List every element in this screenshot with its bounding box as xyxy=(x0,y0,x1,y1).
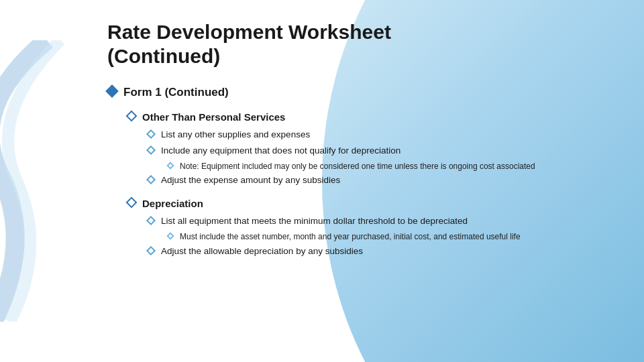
label-otps: Other Than Personal Services xyxy=(142,110,285,124)
bullet-l1-form1 xyxy=(105,84,119,98)
slide-content: Rate Development Worksheet (Continued) F… xyxy=(0,0,644,362)
bullet-l4-asset-info xyxy=(166,232,174,239)
slide: Rate Development Worksheet (Continued) F… xyxy=(0,0,644,362)
list-item-asset-info: Must include the asset number, month and… xyxy=(168,231,610,243)
bullet-l3-adjust-depreciation xyxy=(146,246,156,255)
list-item-supplies: List any other supplies and expenses xyxy=(148,129,610,141)
bullet-l2-otps xyxy=(126,110,138,121)
label-form1: Form 1 (Continued) xyxy=(123,84,229,101)
bullet-l3-supplies xyxy=(146,129,156,139)
list-item-adjust-expense: Adjust the expense amount by any subsidi… xyxy=(148,174,610,187)
list-item-adjust-depreciation: Adjust the allowable depreciation by any… xyxy=(148,245,610,258)
list-item-list-equipment: List all equipment that meets the minimu… xyxy=(148,215,610,228)
list-item-otps: Other Than Personal Services xyxy=(127,110,610,124)
bullet-l3-list-equipment xyxy=(146,216,156,225)
bullet-l3-adjust-expense xyxy=(146,175,156,184)
bullet-l4-note xyxy=(166,162,174,169)
label-list-equipment: List all equipment that meets the minimu… xyxy=(161,215,468,228)
bullet-l2-depreciation xyxy=(126,197,138,208)
list-item-equipment: Include any equipment that does not qual… xyxy=(148,145,610,158)
label-adjust-depreciation: Adjust the allowable depreciation by any… xyxy=(161,245,363,258)
label-asset-info: Must include the asset number, month and… xyxy=(180,231,521,243)
list-item-note: Note: Equipment included may only be con… xyxy=(168,161,610,172)
label-adjust-expense: Adjust the expense amount by any subsidi… xyxy=(161,174,340,187)
label-equipment: Include any equipment that does not qual… xyxy=(161,145,400,158)
slide-title: Rate Development Worksheet (Continued) xyxy=(107,20,610,68)
label-depreciation: Depreciation xyxy=(142,196,203,210)
label-note: Note: Equipment included may only be con… xyxy=(180,161,535,172)
bullet-l3-equipment xyxy=(146,145,156,155)
list-item-form1: Form 1 (Continued) xyxy=(107,84,610,101)
list-item-depreciation: Depreciation xyxy=(127,196,610,210)
label-supplies: List any other supplies and expenses xyxy=(161,129,310,141)
